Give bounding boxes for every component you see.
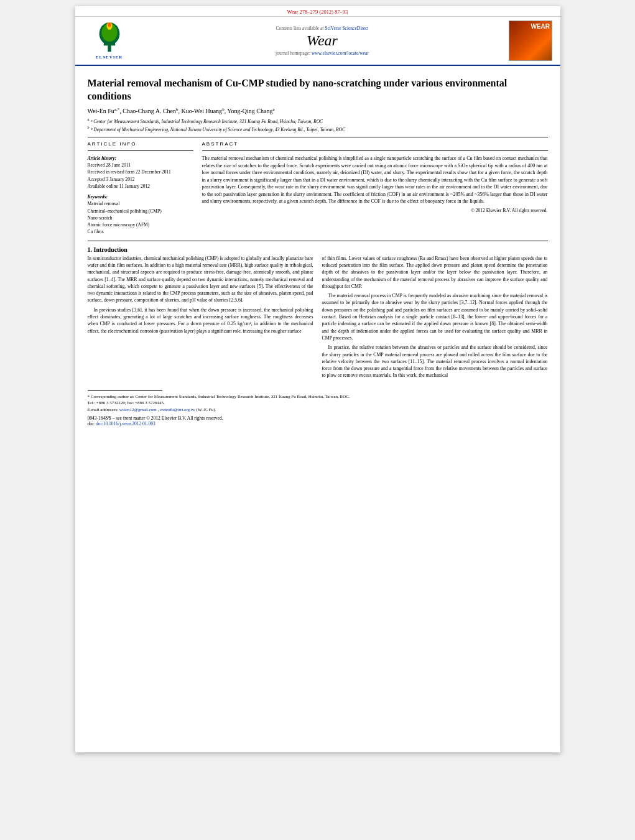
svg-point-5 bbox=[108, 22, 111, 27]
author-weien: Wei-En Fu bbox=[88, 108, 114, 114]
svg-rect-0 bbox=[108, 45, 111, 52]
footnote-divider bbox=[88, 390, 162, 391]
keyword-2: Chemical–mechanical polishing (CMP) bbox=[88, 208, 193, 215]
section1-title: 1. Introduction bbox=[88, 246, 548, 253]
keywords-label: Keywords: bbox=[88, 193, 193, 200]
abstract-header: ABSTRACT bbox=[202, 141, 548, 147]
homepage-line: journal homepage: www.elsevier.com/locat… bbox=[276, 50, 369, 56]
corresponding-note: * Corresponding author at: Center for Me… bbox=[88, 394, 548, 400]
keyword-1: Material removal bbox=[88, 200, 193, 207]
section1-col1-para1: In semiconductor industries, chemical me… bbox=[88, 255, 313, 304]
tel-fax: Tel.: +886 3 5732220; fax: +886 3 572644… bbox=[88, 400, 548, 407]
email-link-2[interactable]: weienfu@itri.org.tw bbox=[160, 407, 195, 412]
footer-area: * Corresponding author at: Center for Me… bbox=[75, 390, 560, 433]
doi-link[interactable]: doi:10.1016/j.wear.2012.01.003 bbox=[96, 421, 155, 427]
section1-col2-para3: In practice, the relative rotation betwe… bbox=[322, 344, 548, 379]
section1-col1: In semiconductor industries, chemical me… bbox=[88, 255, 313, 382]
abstract-divider bbox=[202, 150, 548, 151]
affiliation-a: a ᵃ Center for Measurement Standards, In… bbox=[88, 117, 548, 125]
email-line: E-mail addresses: weien12@gmail.com , we… bbox=[88, 407, 548, 413]
keywords-block: Keywords: Material removal Chemical–mech… bbox=[88, 193, 193, 236]
section1-col2: of thin films. Lower values of surface r… bbox=[322, 255, 548, 382]
info-divider bbox=[88, 150, 193, 151]
journal-citation: Wear 278–279 (2012) 87–93 bbox=[287, 9, 348, 15]
section1-col1-para2: In previous studies [3,6], it has been f… bbox=[88, 307, 313, 335]
doi-line: doi: doi:10.1016/j.wear.2012.01.003 bbox=[88, 421, 548, 427]
wear-cover-image: WEAR bbox=[509, 21, 552, 61]
wear-cover-title: WEAR bbox=[531, 23, 550, 30]
journal-citation-bar: Wear 278–279 (2012) 87–93 bbox=[75, 6, 560, 17]
article-info-col: ARTICLE INFO Article history: Received 2… bbox=[88, 141, 193, 236]
publisher-logo-area: ELSEVIER bbox=[81, 21, 137, 61]
article-content: Material removal mechanism of Cu-CMP stu… bbox=[75, 66, 560, 388]
article-history: Article history: Received 28 June 2011 R… bbox=[88, 155, 193, 190]
article-info-header: ARTICLE INFO bbox=[88, 141, 193, 147]
journal-title: Wear bbox=[307, 32, 338, 49]
page-footer: 0043-1648/$ – see front matter © 2012 El… bbox=[88, 415, 548, 427]
sciverse-line: Contents lists available at SciVerse Sci… bbox=[276, 25, 369, 31]
sciverse-link[interactable]: SciVerse ScienceDirect bbox=[325, 25, 368, 31]
section1-col2-para1: of thin films. Lower values of surface r… bbox=[322, 255, 548, 290]
info-abstract-cols: ARTICLE INFO Article history: Received 2… bbox=[88, 141, 548, 236]
author-chaochang: Chao-Chang A. Chen bbox=[123, 108, 176, 114]
header-divider bbox=[88, 137, 548, 137]
abstract-text: The material removal mechanism of chemic… bbox=[202, 155, 548, 205]
received-date: Received 28 June 2011 bbox=[88, 162, 193, 168]
keyword-3: Nano-scratch bbox=[88, 215, 193, 221]
body-divider bbox=[88, 241, 548, 241]
affiliation-b: b ᵇ Department of Mechanical Engineering… bbox=[88, 125, 548, 133]
email-link-1[interactable]: weien12@gmail.com bbox=[119, 407, 157, 412]
keyword-4: Atomic force microscopy (AFM) bbox=[88, 221, 193, 228]
journal-info-center: Contents lists available at SciVerse Sci… bbox=[142, 21, 503, 61]
elsevier-tree-icon bbox=[91, 22, 128, 53]
footnotes: * Corresponding author at: Center for Me… bbox=[88, 394, 548, 413]
accepted-date: Accepted 3 January 2012 bbox=[88, 176, 193, 183]
journal-cover-image: WEAR bbox=[508, 21, 554, 61]
authors-line: Wei-En Fua,*, Chao-Chang A. Chenb, Kuo-W… bbox=[88, 107, 548, 114]
elsevier-label: ELSEVIER bbox=[96, 55, 123, 60]
article-page: Wear 278–279 (2012) 87–93 ELSEVIER bbox=[75, 6, 560, 752]
abstract-col: ABSTRACT The material removal mechanism … bbox=[202, 141, 548, 236]
affiliations: a ᵃ Center for Measurement Standards, In… bbox=[88, 117, 548, 133]
elsevier-logo: ELSEVIER bbox=[91, 22, 128, 60]
author-kuowei: Kuo-Wei Huang bbox=[182, 108, 223, 114]
received-revised-date: Received in revised form 22 December 201… bbox=[88, 168, 193, 175]
keyword-5: Cu films bbox=[88, 228, 193, 235]
author-yongqing: Yong-Qing Chang bbox=[227, 108, 272, 114]
issn-line: 0043-1648/$ – see front matter © 2012 El… bbox=[88, 415, 548, 421]
copyright-notice: © 2012 Elsevier B.V. All rights reserved… bbox=[202, 208, 548, 213]
article-title: Material removal mechanism of Cu-CMP stu… bbox=[88, 77, 548, 103]
homepage-link[interactable]: www.elsevier.com/locate/wear bbox=[312, 50, 369, 56]
available-online-date: Available online 11 January 2012 bbox=[88, 183, 193, 190]
section1-col2-para2: The material removal process in CMP is f… bbox=[322, 292, 548, 341]
journal-header: ELSEVIER Contents lists available at Sci… bbox=[75, 17, 560, 66]
section1-cols: In semiconductor industries, chemical me… bbox=[88, 255, 548, 382]
